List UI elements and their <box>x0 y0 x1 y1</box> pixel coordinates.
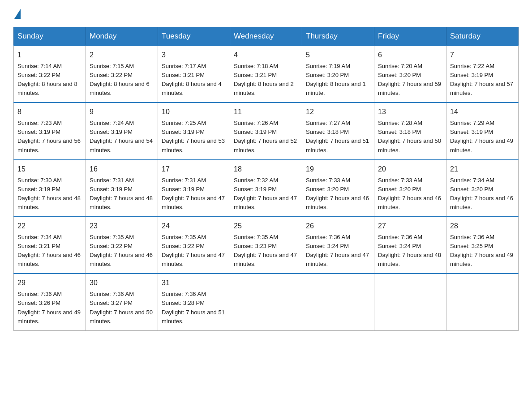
day-number: 31 <box>162 278 226 289</box>
sunrise-text: Sunrise: 7:30 AM <box>17 177 62 184</box>
calendar-cell: 24Sunrise: 7:35 AMSunset: 3:22 PMDayligh… <box>158 217 230 274</box>
daylight-text: Daylight: 7 hours and 47 minutes. <box>162 252 225 267</box>
logo <box>13 9 22 19</box>
daylight-text: Daylight: 7 hours and 48 minutes. <box>90 195 153 210</box>
daylight-text: Daylight: 7 hours and 53 minutes. <box>162 137 225 153</box>
sunrise-text: Sunrise: 7:25 AM <box>162 120 206 126</box>
daylight-text: Daylight: 7 hours and 51 minutes. <box>162 309 225 325</box>
sunrise-text: Sunrise: 7:33 AM <box>378 177 422 184</box>
sunset-text: Sunset: 3:19 PM <box>17 186 60 193</box>
day-number: 14 <box>450 107 515 118</box>
sunrise-text: Sunrise: 7:29 AM <box>450 120 494 126</box>
sunrise-text: Sunrise: 7:33 AM <box>306 177 350 184</box>
sunrise-text: Sunrise: 7:19 AM <box>306 63 350 69</box>
day-number: 20 <box>378 164 442 175</box>
sunrise-text: Sunrise: 7:23 AM <box>17 120 62 126</box>
day-number: 23 <box>90 221 154 232</box>
weekday-header-friday: Friday <box>374 27 446 46</box>
sunrise-text: Sunrise: 7:14 AM <box>17 63 62 69</box>
week-row-4: 22Sunrise: 7:34 AMSunset: 3:21 PMDayligh… <box>14 217 519 274</box>
page-header <box>13 9 519 19</box>
calendar-cell: 3Sunrise: 7:17 AMSunset: 3:21 PMDaylight… <box>158 46 230 103</box>
sunset-text: Sunset: 3:19 PM <box>450 128 493 135</box>
sunrise-text: Sunrise: 7:35 AM <box>162 234 206 240</box>
sunrise-text: Sunrise: 7:18 AM <box>234 63 278 69</box>
weekday-header-tuesday: Tuesday <box>158 27 230 46</box>
sunrise-text: Sunrise: 7:36 AM <box>162 291 206 297</box>
sunset-text: Sunset: 3:27 PM <box>90 300 133 306</box>
calendar-cell: 29Sunrise: 7:36 AMSunset: 3:26 PMDayligh… <box>14 274 86 330</box>
sunset-text: Sunset: 3:20 PM <box>306 186 349 193</box>
weekday-header-monday: Monday <box>86 27 158 46</box>
weekday-header-sunday: Sunday <box>14 27 86 46</box>
sunrise-text: Sunrise: 7:35 AM <box>90 234 134 240</box>
daylight-text: Daylight: 8 hours and 8 minutes. <box>17 81 77 96</box>
week-row-2: 8Sunrise: 7:23 AMSunset: 3:19 PMDaylight… <box>14 103 519 159</box>
sunrise-text: Sunrise: 7:36 AM <box>450 234 494 240</box>
daylight-text: Daylight: 8 hours and 2 minutes. <box>234 81 294 96</box>
day-number: 3 <box>162 50 226 61</box>
sunset-text: Sunset: 3:21 PM <box>162 72 205 78</box>
week-row-5: 29Sunrise: 7:36 AMSunset: 3:26 PMDayligh… <box>14 274 519 330</box>
day-number: 9 <box>90 107 154 118</box>
calendar-cell: 10Sunrise: 7:25 AMSunset: 3:19 PMDayligh… <box>158 103 230 159</box>
sunset-text: Sunset: 3:20 PM <box>450 186 493 193</box>
daylight-text: Daylight: 8 hours and 6 minutes. <box>90 81 150 96</box>
calendar-table: SundayMondayTuesdayWednesdayThursdayFrid… <box>13 27 519 331</box>
daylight-text: Daylight: 8 hours and 4 minutes. <box>162 81 222 96</box>
sunset-text: Sunset: 3:21 PM <box>17 243 60 249</box>
day-number: 10 <box>162 107 226 118</box>
daylight-text: Daylight: 7 hours and 57 minutes. <box>450 81 513 96</box>
day-number: 24 <box>162 221 226 232</box>
calendar-cell: 12Sunrise: 7:27 AMSunset: 3:18 PMDayligh… <box>302 103 374 159</box>
daylight-text: Daylight: 7 hours and 56 minutes. <box>17 137 81 153</box>
sunrise-text: Sunrise: 7:28 AM <box>378 120 422 126</box>
day-number: 19 <box>306 164 370 175</box>
weekday-header-row: SundayMondayTuesdayWednesdayThursdayFrid… <box>14 27 519 46</box>
sunrise-text: Sunrise: 7:34 AM <box>450 177 494 184</box>
sunset-text: Sunset: 3:21 PM <box>234 72 277 78</box>
sunset-text: Sunset: 3:23 PM <box>234 243 277 249</box>
calendar-cell: 6Sunrise: 7:20 AMSunset: 3:20 PMDaylight… <box>374 46 446 103</box>
sunset-text: Sunset: 3:26 PM <box>17 300 60 306</box>
daylight-text: Daylight: 7 hours and 50 minutes. <box>378 137 441 153</box>
day-number: 21 <box>450 164 515 175</box>
calendar-cell: 30Sunrise: 7:36 AMSunset: 3:27 PMDayligh… <box>86 274 158 330</box>
daylight-text: Daylight: 7 hours and 47 minutes. <box>306 252 369 267</box>
day-number: 16 <box>90 164 154 175</box>
daylight-text: Daylight: 7 hours and 49 minutes. <box>17 309 81 325</box>
daylight-text: Daylight: 7 hours and 47 minutes. <box>234 195 297 210</box>
sunset-text: Sunset: 3:19 PM <box>162 186 205 193</box>
sunrise-text: Sunrise: 7:27 AM <box>306 120 350 126</box>
day-number: 2 <box>90 50 154 61</box>
calendar-cell: 19Sunrise: 7:33 AMSunset: 3:20 PMDayligh… <box>302 160 374 217</box>
calendar-cell: 9Sunrise: 7:24 AMSunset: 3:19 PMDaylight… <box>86 103 158 159</box>
calendar-cell: 26Sunrise: 7:36 AMSunset: 3:24 PMDayligh… <box>302 217 374 274</box>
calendar-cell: 21Sunrise: 7:34 AMSunset: 3:20 PMDayligh… <box>446 160 519 217</box>
daylight-text: Daylight: 7 hours and 46 minutes. <box>90 252 153 267</box>
weekday-header-saturday: Saturday <box>446 27 519 46</box>
day-number: 18 <box>234 164 298 175</box>
sunrise-text: Sunrise: 7:31 AM <box>90 177 134 184</box>
sunrise-text: Sunrise: 7:34 AM <box>17 234 62 240</box>
calendar-cell: 2Sunrise: 7:15 AMSunset: 3:22 PMDaylight… <box>86 46 158 103</box>
daylight-text: Daylight: 7 hours and 51 minutes. <box>306 137 369 153</box>
sunrise-text: Sunrise: 7:17 AM <box>162 63 206 69</box>
daylight-text: Daylight: 7 hours and 52 minutes. <box>234 137 297 153</box>
sunrise-text: Sunrise: 7:15 AM <box>90 63 134 69</box>
daylight-text: Daylight: 7 hours and 59 minutes. <box>378 81 441 96</box>
sunrise-text: Sunrise: 7:36 AM <box>306 234 350 240</box>
sunset-text: Sunset: 3:24 PM <box>378 243 421 249</box>
calendar-cell: 31Sunrise: 7:36 AMSunset: 3:28 PMDayligh… <box>158 274 230 330</box>
sunset-text: Sunset: 3:18 PM <box>306 128 349 135</box>
daylight-text: Daylight: 7 hours and 46 minutes. <box>378 195 441 210</box>
calendar-cell: 5Sunrise: 7:19 AMSunset: 3:20 PMDaylight… <box>302 46 374 103</box>
sunset-text: Sunset: 3:28 PM <box>162 300 205 306</box>
day-number: 12 <box>306 107 370 118</box>
calendar-cell: 20Sunrise: 7:33 AMSunset: 3:20 PMDayligh… <box>374 160 446 217</box>
sunset-text: Sunset: 3:20 PM <box>378 186 421 193</box>
sunrise-text: Sunrise: 7:22 AM <box>450 63 494 69</box>
day-number: 27 <box>378 221 442 232</box>
calendar-cell: 22Sunrise: 7:34 AMSunset: 3:21 PMDayligh… <box>14 217 86 274</box>
day-number: 11 <box>234 107 298 118</box>
